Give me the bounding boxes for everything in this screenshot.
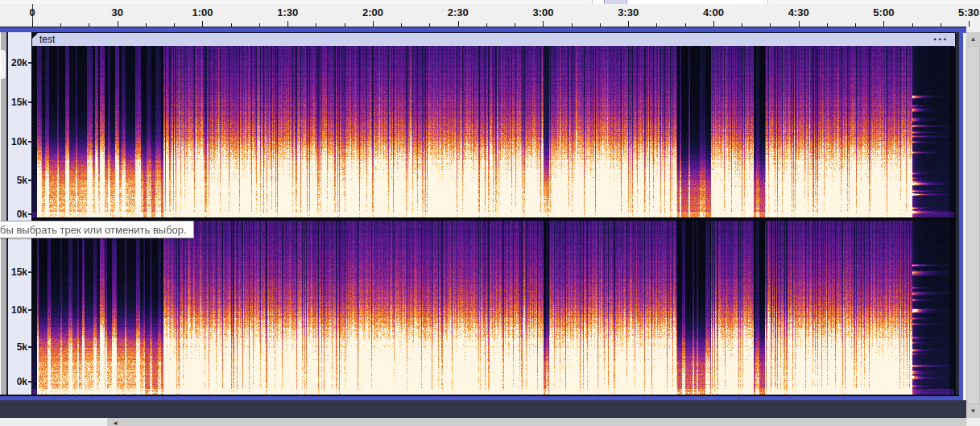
frequency-label: 5k xyxy=(17,174,32,187)
scroll-up-button[interactable]: ▲ xyxy=(966,32,980,46)
timeline-tick xyxy=(118,21,118,27)
timeline-ruler[interactable]: 0301:001:302:002:303:003:304:004:305:005… xyxy=(0,4,980,28)
frequency-label: 10k xyxy=(11,304,32,316)
frequency-label: 0k xyxy=(17,375,32,388)
frequency-label-text: 15k xyxy=(11,267,27,278)
tooltip-text: бы выбрать трек или отменить выбор. xyxy=(0,224,187,236)
scroll-down-button[interactable]: ▼ xyxy=(966,404,980,418)
frequency-label: 0k xyxy=(17,208,32,221)
dock-grip-notch xyxy=(1,50,6,79)
timeline-tick xyxy=(799,21,800,27)
frequency-label-text: 0k xyxy=(17,376,27,387)
vertical-scrollbar-thumb[interactable] xyxy=(966,46,980,404)
scroll-left-icon: ◄ xyxy=(112,420,118,426)
timeline-tick xyxy=(628,21,629,27)
vertical-scrollbar[interactable]: ▲ ▼ xyxy=(966,32,980,418)
audio-clip[interactable]: test ••• xyxy=(32,33,955,395)
frequency-label: 15k xyxy=(11,96,32,109)
timeline-label: 1:30 xyxy=(277,6,298,19)
frequency-label: 5k xyxy=(17,341,32,354)
frequency-label-text: 20k xyxy=(11,57,27,68)
timeline-label: 1:00 xyxy=(192,6,213,19)
timeline-label: 4:30 xyxy=(788,6,809,19)
scroll-left-button[interactable]: ◄ xyxy=(107,418,122,426)
timeline-label: 3:00 xyxy=(532,6,553,19)
frequency-label-text: 5k xyxy=(17,341,27,353)
timeline-label: 5:00 xyxy=(873,6,894,19)
app-window: 0301:001:302:002:303:003:304:004:305:005… xyxy=(0,0,980,426)
empty-track-area[interactable] xyxy=(0,400,966,418)
timeline-tick xyxy=(713,21,714,27)
frequency-ruler[interactable]: 20k15k10k5k0k15k10k5k0k xyxy=(8,32,33,395)
scrollbar-corner-right xyxy=(966,418,980,426)
spectrogram-channel-right[interactable] xyxy=(32,221,954,395)
timeline-tick xyxy=(32,21,33,27)
scrollbar-corner-left xyxy=(0,418,108,426)
timeline-tick xyxy=(202,21,203,27)
track-selection-border-right xyxy=(959,32,963,400)
timeline-label: 2:30 xyxy=(448,6,469,19)
timeline-tick xyxy=(373,21,374,27)
timeline-tick xyxy=(543,21,544,27)
timeline-tick xyxy=(458,21,459,27)
tooltip: бы выбрать трек или отменить выбор. xyxy=(0,221,194,238)
frequency-label: 20k xyxy=(11,56,32,69)
clip-title: test xyxy=(39,33,55,46)
timeline-label: 4:00 xyxy=(703,6,724,19)
timeline-label: 2:00 xyxy=(362,6,383,19)
frequency-label-text: 5k xyxy=(17,175,27,186)
timeline-label: 30 xyxy=(112,6,123,19)
timeline-tick xyxy=(883,21,884,27)
timeline-tick xyxy=(969,21,970,27)
audio-track[interactable]: 20k15k10k5k0k15k10k5k0k test ••• xyxy=(0,32,963,400)
frequency-label-text: 10k xyxy=(11,136,27,147)
frequency-label-text: 10k xyxy=(11,304,27,316)
timeline-label: 3:30 xyxy=(618,6,639,19)
scrollbar-corner xyxy=(966,27,980,32)
clip-menu-button[interactable]: ••• xyxy=(934,33,949,46)
timeline-label: 0 xyxy=(29,6,35,19)
frequency-label: 15k xyxy=(11,266,32,279)
frequency-label: 10k xyxy=(11,135,32,148)
horizontal-scrollbar[interactable]: ◄ xyxy=(0,418,980,426)
clip-header-bar[interactable]: test xyxy=(32,33,955,47)
timeline-tick xyxy=(287,21,288,27)
spectrogram-channel-left[interactable] xyxy=(32,46,954,217)
timeline-label: 5:30 xyxy=(958,6,979,19)
frequency-label-text: 15k xyxy=(11,97,27,108)
frequency-label-text: 0k xyxy=(17,209,27,220)
